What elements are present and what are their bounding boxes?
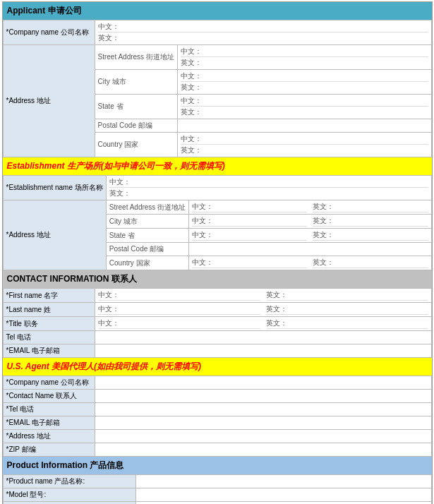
- est-city-value[interactable]: 中文： 英文：: [189, 215, 431, 229]
- contact-firstname-value[interactable]: 中文： 英文：: [95, 289, 431, 303]
- city-label: City 城市: [95, 70, 177, 95]
- agent-contact-label: *Contact Name 联系人: [3, 390, 95, 403]
- contact-lastname-label: *Last name 姓: [3, 303, 95, 317]
- postal-value[interactable]: [177, 119, 431, 133]
- firstname-cn[interactable]: 中文：: [98, 290, 260, 301]
- company-name-label: *Company name 公司名称: [3, 20, 95, 45]
- est-city-cn[interactable]: 中文：: [192, 216, 307, 227]
- contact-firstname-row: *First name 名字 中文： 英文：: [3, 289, 431, 303]
- est-state-cn[interactable]: 中文：: [192, 230, 307, 241]
- address-street-row: *Address 地址 Street Address 街道地址 中文： 英文：: [3, 45, 431, 70]
- establishment-header: Establishment 生产场所(如与申请公司一致，则无需填写): [3, 157, 432, 175]
- est-postal-value[interactable]: [189, 243, 431, 256]
- city-cn[interactable]: 中文：: [181, 71, 428, 82]
- agent-contact-row: *Contact Name 联系人: [3, 390, 431, 403]
- agent-company-label: *Company name 公司名称: [3, 376, 95, 390]
- est-street-value[interactable]: 中文： 英文：: [189, 200, 431, 215]
- agent-contact-value[interactable]: [95, 390, 431, 403]
- contact-tel-row: Tel 电话: [3, 331, 431, 344]
- country-value[interactable]: 中文： 英文：: [177, 133, 431, 157]
- est-city-label: City 城市: [106, 215, 188, 229]
- agent-zip-label: *ZIP 邮编: [3, 443, 95, 457]
- lastname-cn[interactable]: 中文：: [98, 304, 260, 315]
- postal-label: Postal Code 邮编: [95, 119, 177, 133]
- est-country-label: Country 国家: [106, 256, 188, 270]
- est-name-label: *Establishment name 场所名称: [3, 176, 106, 200]
- state-value[interactable]: 中文： 英文：: [177, 95, 431, 119]
- city-en[interactable]: 英文：: [181, 83, 428, 92]
- title-en[interactable]: 英文：: [266, 318, 428, 329]
- product-model-label: *Model 型号:: [3, 488, 136, 502]
- agent-company-row: *Company name 公司名称: [3, 376, 431, 390]
- est-name-cn[interactable]: 中文：: [109, 177, 428, 188]
- city-value[interactable]: 中文： 英文：: [177, 70, 431, 95]
- product-spec-value[interactable]: [136, 502, 431, 505]
- contact-tel-value[interactable]: [95, 331, 431, 344]
- est-country-en[interactable]: 英文：: [313, 258, 428, 268]
- agent-address-label: *Address 地址: [3, 430, 95, 443]
- street-value[interactable]: 中文： 英文：: [177, 45, 431, 70]
- agent-address-row: *Address 地址: [3, 430, 431, 443]
- est-address-row: *Address 地址 Street Address 街道地址 中文： 英文：: [3, 200, 431, 215]
- state-label: State 省: [95, 95, 177, 119]
- main-form: Applicant 申请公司 *Company name 公司名称 中文： 英文…: [2, 1, 433, 504]
- contact-title-value[interactable]: 中文： 英文：: [95, 317, 431, 331]
- company-name-en[interactable]: 英文：: [98, 33, 428, 43]
- est-state-value[interactable]: 中文： 英文：: [189, 229, 431, 243]
- contact-title-label: *Title 职务: [3, 317, 95, 331]
- lastname-en[interactable]: 英文：: [266, 304, 428, 315]
- title-cn[interactable]: 中文：: [98, 318, 260, 329]
- company-name-row: *Company name 公司名称 中文： 英文：: [3, 20, 431, 45]
- product-model-value[interactable]: [136, 488, 431, 502]
- est-postal-label: Postal Code 邮编: [106, 243, 188, 256]
- est-city-en[interactable]: 英文：: [313, 216, 428, 227]
- agent-zip-row: *ZIP 邮编: [3, 443, 431, 457]
- address-label: *Address 地址: [3, 45, 95, 157]
- street-cn[interactable]: 中文：: [181, 47, 428, 57]
- contact-email-row: *EMAIL 电子邮箱: [3, 344, 431, 358]
- contact-title-row: *Title 职务 中文： 英文：: [3, 317, 431, 331]
- state-en[interactable]: 英文：: [181, 107, 428, 117]
- firstname-en[interactable]: 英文：: [266, 290, 428, 301]
- product-header: Product Information 产品信息: [3, 457, 432, 474]
- est-country-cn[interactable]: 中文：: [192, 258, 307, 268]
- agent-tel-label: *Tel 电话: [3, 403, 95, 416]
- agent-header: U.S. Agent 美国代理人(如由我司提供，则无需填写): [3, 358, 432, 376]
- est-state-en[interactable]: 英文：: [313, 230, 428, 241]
- agent-address-value[interactable]: [95, 430, 431, 443]
- state-cn[interactable]: 中文：: [181, 96, 428, 107]
- agent-tel-value[interactable]: [95, 403, 431, 416]
- est-name-en[interactable]: 英文：: [109, 188, 428, 198]
- country-label: Country 国家: [95, 133, 177, 157]
- applicant-header: Applicant 申请公司: [3, 2, 432, 20]
- company-name-cn[interactable]: 中文：: [98, 22, 428, 32]
- contact-header: CONTACT INFORMATION 联系人: [3, 270, 432, 288]
- agent-company-value[interactable]: [95, 376, 431, 390]
- agent-email-value[interactable]: [95, 416, 431, 430]
- est-street-cn[interactable]: 中文：: [192, 202, 307, 212]
- est-name-value[interactable]: 中文： 英文：: [106, 176, 431, 200]
- est-name-row: *Establishment name 场所名称 中文： 英文：: [3, 176, 431, 200]
- contact-email-label: *EMAIL 电子邮箱: [3, 344, 95, 358]
- product-name-row: *Product name 产品名称:: [3, 475, 431, 488]
- street-en[interactable]: 英文：: [181, 58, 428, 68]
- est-street-en[interactable]: 英文：: [313, 202, 428, 212]
- product-name-label: *Product name 产品名称:: [3, 475, 136, 488]
- product-name-value[interactable]: [136, 475, 431, 488]
- est-address-label: *Address 地址: [3, 200, 106, 270]
- contact-firstname-label: *First name 名字: [3, 289, 95, 303]
- contact-email-value[interactable]: [95, 344, 431, 358]
- agent-tel-row: *Tel 电话: [3, 403, 431, 416]
- est-country-value[interactable]: 中文： 英文：: [189, 256, 431, 270]
- contact-lastname-row: *Last name 姓 中文： 英文：: [3, 303, 431, 317]
- contact-tel-label: Tel 电话: [3, 331, 95, 344]
- product-spec-row: *Related specification 相关规格:: [3, 502, 431, 505]
- est-state-label: State 省: [106, 229, 188, 243]
- contact-lastname-value[interactable]: 中文： 英文：: [95, 303, 431, 317]
- country-en[interactable]: 英文：: [181, 145, 428, 155]
- agent-zip-value[interactable]: [95, 443, 431, 457]
- product-spec-label: *Related specification 相关规格:: [3, 502, 136, 505]
- country-cn[interactable]: 中文：: [181, 134, 428, 145]
- product-model-row: *Model 型号:: [3, 488, 431, 502]
- company-name-value[interactable]: 中文： 英文：: [95, 20, 431, 45]
